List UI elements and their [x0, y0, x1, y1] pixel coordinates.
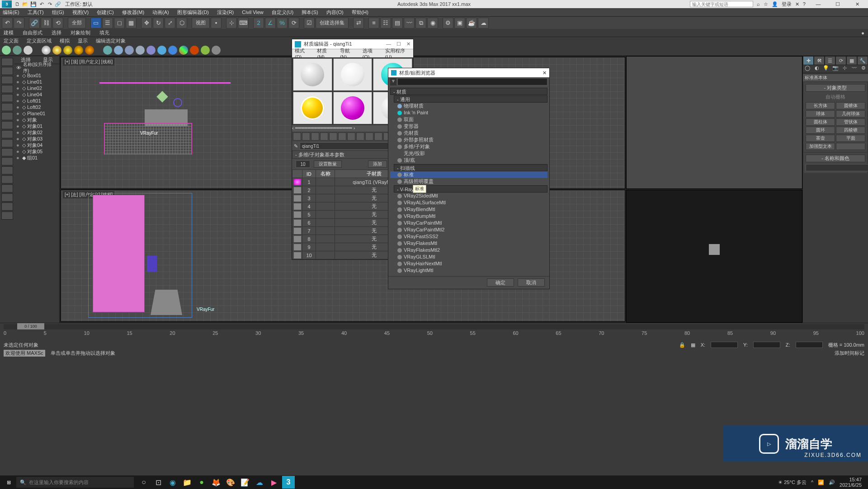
unlink-button[interactable]: ⛓	[41, 18, 52, 28]
task-view-icon[interactable]: ○	[137, 476, 150, 489]
pivot-button[interactable]: ▪	[211, 18, 222, 28]
sample-slot[interactable]	[293, 58, 332, 91]
autogrid-checkbox[interactable]: 自动栅格	[806, 94, 865, 100]
set-count-button[interactable]: 设置数量	[314, 160, 342, 168]
render-online-button[interactable]: ☁	[478, 18, 489, 28]
tool-button[interactable]	[1, 166, 13, 174]
scene-item[interactable]: ●◇对象05	[14, 148, 59, 155]
paint-icon[interactable]: 🎨	[224, 476, 237, 489]
new-icon[interactable]: 🗋	[14, 0, 21, 8]
scene-item[interactable]: ●◇Line04	[14, 91, 59, 98]
link-icon[interactable]: 🔗	[54, 0, 61, 8]
select-manip-button[interactable]: ⊹	[226, 18, 237, 28]
prim-tube-button[interactable]: 管状体	[836, 118, 865, 126]
tray-volume-icon[interactable]: 🔊	[829, 480, 835, 485]
layer-button[interactable]: ☷	[380, 18, 391, 28]
ribbon-subtab[interactable]: 模拟	[60, 38, 70, 44]
material-tree[interactable]: - 材质 - 通用 物理材质 Ink 'n Paint 双面 变形器 壳材质 外…	[388, 86, 549, 276]
geometry-icon[interactable]: ◯	[803, 65, 812, 73]
menu-item[interactable]: 工具(T)	[28, 9, 44, 16]
material-item-selected[interactable]: 标准	[390, 171, 547, 178]
close-button[interactable]: ✕	[542, 70, 547, 76]
material-name-input[interactable]	[300, 142, 394, 150]
material-item[interactable]: VRayLightMtl	[390, 267, 547, 274]
scene-item[interactable]: ●◆组01	[14, 155, 59, 161]
rollout-header[interactable]: - 对象类型	[806, 84, 865, 92]
scene-item[interactable]: ●◇对象01	[14, 123, 59, 129]
tool-button[interactable]	[1, 67, 13, 75]
exchange-icon[interactable]: ✕	[795, 1, 799, 7]
col-name[interactable]: 名称	[316, 170, 335, 178]
ribbon-tab[interactable]: 对象绘制	[71, 29, 90, 36]
help-icon[interactable]: ?	[803, 1, 806, 7]
prim-torus-button[interactable]: 圆环	[806, 127, 835, 134]
tool-button[interactable]	[1, 130, 13, 138]
window-titlebar[interactable]: 材质/贴图浏览器 ✕	[388, 68, 549, 77]
y-input[interactable]	[753, 342, 780, 348]
cancel-button[interactable]: 取消	[518, 278, 545, 287]
taskbar-search[interactable]: 🔍 在这里输入你要搜索的内容	[16, 477, 134, 488]
app-icon[interactable]: ☁	[253, 476, 266, 489]
undo-icon[interactable]: ↶	[38, 0, 45, 8]
material-item[interactable]: 双面	[390, 116, 547, 123]
material-item[interactable]: VRayFastSSS2	[390, 233, 547, 240]
align-button[interactable]: ≡	[368, 18, 379, 28]
selection-lock-button[interactable]: ☑	[304, 18, 315, 28]
render-setup-button[interactable]: ⚙	[443, 18, 453, 28]
fx5-icon[interactable]	[146, 46, 156, 55]
fx6-icon[interactable]	[157, 46, 166, 55]
material-item[interactable]: VRayBumpMtl	[390, 213, 547, 220]
tool-button[interactable]	[1, 121, 13, 129]
material-item[interactable]: VRayFlakesMtl2	[390, 247, 547, 254]
maximize-button[interactable]: ☐	[396, 41, 401, 47]
menu-item[interactable]: 实用程序(U)	[385, 47, 410, 60]
sun4-icon[interactable]	[85, 46, 94, 55]
scene-item[interactable]: ●◇对象	[14, 117, 59, 123]
named-selection-dropdown[interactable]: 创建选择集	[316, 18, 349, 28]
weather-widget[interactable]: ☀ 25°C 多云	[778, 479, 807, 486]
notes-icon[interactable]: 📝	[239, 476, 251, 489]
material-item[interactable]: VRayHairNextMtl	[390, 260, 547, 267]
tray-chevron-icon[interactable]: ^	[811, 480, 813, 485]
material-id-button[interactable]	[356, 132, 364, 141]
menu-item[interactable]: 材质(M)	[317, 47, 334, 60]
spinner-snap-button[interactable]: ⟳	[288, 18, 299, 28]
material-item[interactable]: 多维/子对象	[390, 143, 547, 150]
fx7-icon[interactable]	[168, 46, 177, 55]
mirror-button[interactable]: ⇄	[353, 18, 364, 28]
menu-item[interactable]: 渲染(R)	[217, 9, 234, 16]
workspace-dropdown[interactable]: 工作区: 默认	[65, 1, 93, 8]
sphere-icon[interactable]	[42, 46, 51, 55]
scene-item[interactable]: ●◇对象04	[14, 142, 59, 148]
tool-button[interactable]	[1, 175, 13, 183]
login-link[interactable]: 登录	[782, 1, 792, 8]
prim-cone-button[interactable]: 圆锥体	[836, 102, 865, 109]
menu-item[interactable]: 模式(D)	[295, 47, 311, 60]
viewport-label[interactable]: [+] [顶] [用户定义] [线框]	[63, 58, 114, 66]
fx8-icon[interactable]	[190, 46, 199, 55]
minimize-button[interactable]: —	[809, 0, 827, 8]
scene-item[interactable]: ●◇对象02	[14, 129, 59, 136]
window-crossing-button[interactable]: ▦	[126, 18, 137, 28]
ribbon-tab[interactable]: 建模	[4, 29, 14, 36]
snap-2d-button[interactable]: 2	[253, 18, 264, 28]
fx1-icon[interactable]	[103, 46, 112, 55]
menu-item[interactable]: 修改器(M)	[122, 9, 145, 16]
lock-icon[interactable]: 🔒	[679, 342, 685, 348]
material-item[interactable]: Ink 'n Paint	[390, 109, 547, 116]
get-material-button[interactable]	[293, 132, 301, 141]
scene-item[interactable]: ●◇Loft02	[14, 104, 59, 110]
tool-button[interactable]	[1, 76, 13, 84]
show-end-button[interactable]	[374, 132, 382, 141]
menu-item[interactable]: 自定义(U)	[272, 9, 293, 16]
material-item[interactable]: VRay2SidedMtl	[390, 193, 547, 199]
material-item[interactable]: 外部参照材质	[390, 136, 547, 143]
fx2-icon[interactable]	[114, 46, 123, 55]
undo-button[interactable]: ↶	[2, 18, 13, 28]
make-unique-button[interactable]	[338, 132, 346, 141]
schematic-view-button[interactable]: ⧉	[415, 18, 426, 28]
tool-button[interactable]	[1, 139, 13, 147]
help-search-input[interactable]	[690, 1, 753, 7]
rgb-icon[interactable]	[179, 46, 188, 55]
shapes-icon[interactable]: ◐	[812, 65, 822, 73]
